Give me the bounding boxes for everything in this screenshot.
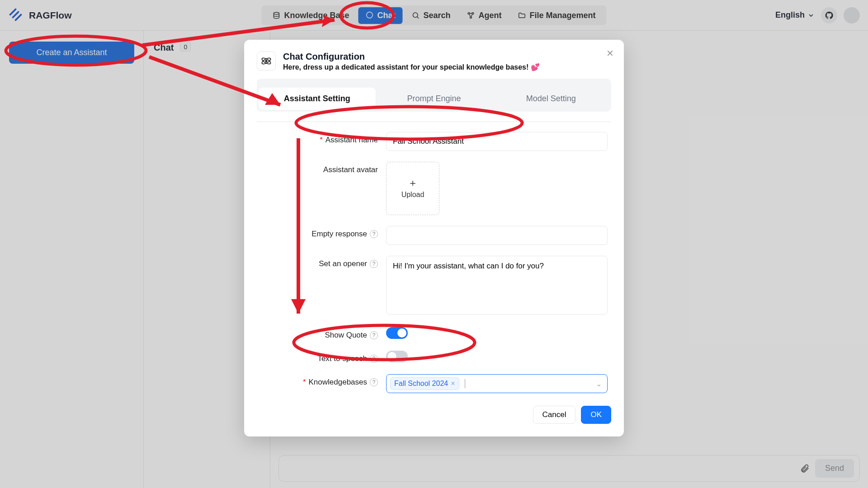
- plus-icon: ＋: [408, 178, 418, 188]
- kb-tag-label: Fall School 2024: [394, 380, 448, 388]
- tts-label: Text to speech?: [260, 351, 378, 363]
- ok-button[interactable]: OK: [581, 406, 611, 424]
- avatar-upload[interactable]: ＋ Upload: [386, 162, 439, 215]
- help-icon[interactable]: ?: [370, 331, 378, 339]
- knowledgebases-label: *Knowledgebases?: [260, 374, 378, 387]
- tab-assistant-setting[interactable]: Assistant Setting: [259, 88, 376, 110]
- assistant-avatar-label: Assistant avatar: [260, 162, 378, 174]
- help-icon[interactable]: ?: [370, 230, 378, 238]
- empty-response-input[interactable]: [386, 226, 608, 245]
- chevron-down-icon: ⌄: [596, 380, 602, 388]
- svg-point-10: [265, 60, 267, 61]
- show-quote-toggle[interactable]: [386, 327, 408, 339]
- show-quote-label: Show Quote?: [260, 327, 378, 340]
- help-icon[interactable]: ?: [370, 260, 378, 268]
- kb-tag: Fall School 2024 ×: [390, 377, 459, 390]
- tab-model-setting[interactable]: Model Setting: [492, 88, 609, 110]
- upload-label: Upload: [401, 191, 425, 199]
- modal-tabs: Assistant Setting Prompt Engine Model Se…: [257, 79, 611, 112]
- opener-label: Set an opener?: [260, 256, 378, 268]
- tab-prompt-engine[interactable]: Prompt Engine: [376, 88, 493, 110]
- chat-config-modal: ✕ Chat Configuration Here, dress up a de…: [244, 40, 624, 436]
- modal-backdrop[interactable]: ✕ Chat Configuration Here, dress up a de…: [0, 0, 868, 488]
- close-icon[interactable]: ✕: [606, 48, 614, 59]
- assistant-setting-form: *Assistant name Assistant avatar ＋ Uploa…: [257, 132, 611, 393]
- divider: [257, 122, 611, 122]
- help-icon[interactable]: ?: [370, 355, 378, 363]
- modal-subtitle: Here, dress up a dedicated assistant for…: [283, 63, 540, 71]
- atom-icon: [257, 52, 276, 70]
- cancel-button[interactable]: Cancel: [533, 406, 576, 424]
- text-cursor: [465, 379, 465, 388]
- hearts-emoji: 💕: [531, 63, 540, 71]
- help-icon[interactable]: ?: [370, 378, 378, 386]
- assistant-name-label: *Assistant name: [260, 132, 378, 145]
- modal-actions: Cancel OK: [257, 406, 611, 424]
- tag-remove-icon[interactable]: ×: [451, 380, 455, 388]
- assistant-name-input[interactable]: [386, 132, 608, 151]
- tts-toggle[interactable]: [386, 351, 408, 362]
- opener-textarea[interactable]: [386, 256, 608, 314]
- knowledgebases-select[interactable]: Fall School 2024 × ⌄: [386, 374, 608, 393]
- empty-response-label: Empty response?: [260, 226, 378, 239]
- modal-title: Chat Configuration: [283, 52, 540, 62]
- modal-header: Chat Configuration Here, dress up a dedi…: [257, 52, 611, 71]
